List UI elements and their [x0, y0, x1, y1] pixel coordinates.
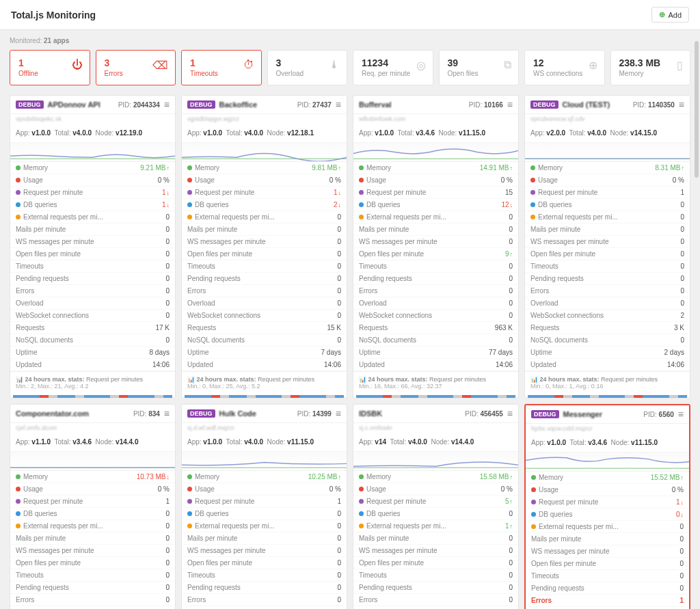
metric-value: 0 [509, 226, 513, 233]
metric-label: Pending requests [187, 584, 241, 591]
metric-dot [16, 165, 21, 170]
metric-row: External requests per mi... 1↑ [353, 520, 518, 532]
metric-value: 0 [337, 275, 341, 282]
metric-value: 0 [679, 523, 684, 530]
metric-row: External requests per mi... 0 [526, 521, 689, 533]
add-button[interactable]: ⊕ Add [651, 7, 689, 23]
app-subtitle: xj.d.wf.wdf.mqzcr [182, 423, 347, 435]
debug-badge: DEBUG [16, 100, 44, 109]
metric-label: WS messages per minute [16, 547, 94, 554]
metric-value: 12↓ [501, 201, 513, 208]
menu-icon[interactable]: ≡ [507, 409, 513, 418]
metric-value: 0 [165, 534, 170, 542]
metric-label: Pending requests [187, 275, 241, 282]
metric-row: Open files per minute 0 [182, 248, 347, 260]
metric-row: External requests per mi... 0 [182, 520, 347, 532]
metric-row: DB queries 2↓ [182, 199, 347, 211]
menu-icon[interactable]: ≡ [507, 100, 513, 109]
metric-row: Errors 0 [182, 594, 347, 606]
summary-memory[interactable]: 238.3 MB Memory ▯ [610, 50, 691, 85]
metric-dot [531, 512, 536, 517]
metric-label: Usage [531, 486, 558, 493]
app-versions: App: v14 Total: v4.0.0 Node: v14.4.0 [353, 435, 518, 452]
metric-dot [531, 524, 536, 529]
menu-icon[interactable]: ≡ [164, 100, 170, 109]
app-versions: App: v1.0.0 Total: v4.0.0 Node: v11.15.0 [182, 435, 347, 452]
metric-value: 0 [680, 238, 684, 245]
metric-value: 0 [165, 336, 170, 344]
metric-label: Request per minute [16, 498, 83, 505]
metric-label: Pending requests [359, 584, 412, 591]
summary-label: WS connections [533, 70, 596, 77]
app-name: Messenger [563, 410, 640, 418]
plus-icon: ⊕ [659, 10, 665, 19]
metric-value: 0 % [672, 486, 684, 493]
metric-label: External requests per mi... [187, 213, 275, 221]
metric-row: Request per minute 1↓ [526, 496, 689, 509]
app-versions: App: v1.1.0 Total: v3.4.6 Node: v14.4.0 [10, 435, 175, 452]
summary-overload[interactable]: 3 Overload 🌡 [267, 50, 348, 85]
metric-value: 0 [165, 299, 170, 307]
metric-row: Request per minute 1↓ [10, 187, 175, 199]
metric-label: Open files per minute [187, 559, 252, 567]
metric-label: External requests per mi... [359, 213, 446, 221]
metric-label: Uptime [530, 349, 552, 356]
app-pid: PID: 834 [133, 410, 160, 418]
app-card: DEBUG Backoffice PID: 27437 ≡ vgxtdblxpg… [181, 95, 347, 398]
menu-icon[interactable]: ≡ [678, 409, 684, 419]
metric-value: 0 [165, 584, 170, 591]
metric-value: 0 [509, 213, 513, 221]
app-name: Cloud (TEST) [563, 100, 629, 109]
metric-label: WS messages per minute [530, 238, 609, 245]
metric-row: Mails per minute 0 [182, 224, 347, 236]
scrollbar[interactable] [695, 41, 699, 178]
metric-row: External requests per mi... 0 [353, 211, 518, 224]
debug-badge: DEBUG [530, 100, 558, 109]
app-card: DEBUG Cloud (TEST) PID: 1140350 ≡ vprcdv… [524, 95, 690, 398]
metric-dot [16, 178, 21, 182]
metric-value: 1 [337, 498, 341, 505]
metric-value: 2↓ [334, 201, 341, 208]
menu-icon[interactable]: ≡ [164, 409, 170, 418]
metric-value: 0 [679, 535, 684, 543]
summary-open-files[interactable]: 39 Open files ⧉ [439, 50, 520, 85]
metric-value: 1↓ [676, 498, 684, 506]
metric-label: Requests [530, 324, 559, 331]
summary-offline[interactable]: 1 Offline ⏻ [10, 50, 90, 85]
metric-label: DB queries [359, 510, 400, 517]
summary-timeouts[interactable]: 1 Timeouts ⏱ [181, 50, 262, 85]
metric-label: Open files per minute [359, 559, 424, 567]
app-card: Bufferval PID: 10166 ≡ wfkxbmfowk.com Ap… [353, 95, 519, 398]
metric-row: Memory 15.58 MB↑ [353, 471, 518, 483]
summary-req-per-minute[interactable]: 11234 Req. per minute ◎ [353, 50, 433, 85]
metric-value: 0 [165, 250, 170, 258]
metric-row: Request per minute 15 [353, 187, 518, 199]
summary-ws-connections[interactable]: 12 WS connections ⊕ [524, 50, 605, 85]
metric-row: Timeouts 0 [353, 260, 518, 273]
metric-label: Errors [16, 596, 34, 604]
metric-row: DB queries 1↓ [10, 199, 175, 211]
metric-value: 0 [509, 596, 513, 604]
metric-row: Memory 8.31 MB↑ [525, 162, 690, 174]
menu-icon[interactable]: ≡ [679, 100, 684, 109]
metric-row: External requests per mi... 0 [10, 211, 175, 224]
summary-icon: 🌡 [329, 59, 340, 71]
metric-value: 0 [337, 584, 341, 591]
metric-row: Timeouts 0 [10, 569, 175, 582]
metric-row: Open files per minute 9↑ [353, 248, 518, 260]
metric-label: Request per minute [531, 498, 598, 506]
metric-value: 0 [337, 262, 341, 270]
summary-icon: ◎ [416, 59, 426, 72]
metric-row: External requests per mi... 0 [182, 211, 347, 224]
metric-row: Pending requests 0 [182, 582, 347, 594]
app-pid: PID: 456455 [465, 410, 503, 418]
menu-icon[interactable]: ≡ [336, 100, 341, 109]
metric-label: WebSocket connections [16, 312, 89, 319]
metric-label: Memory [16, 164, 48, 172]
menu-icon[interactable]: ≡ [336, 409, 341, 418]
metric-row: Request per minute 1 [182, 496, 347, 508]
summary-errors[interactable]: 3 Errors ⌫ [96, 50, 176, 85]
metric-value: 9.21 MB↑ [140, 164, 170, 172]
metric-row: External requests per mi... 0 [525, 211, 690, 224]
metric-row: Overload 0 [353, 297, 518, 310]
